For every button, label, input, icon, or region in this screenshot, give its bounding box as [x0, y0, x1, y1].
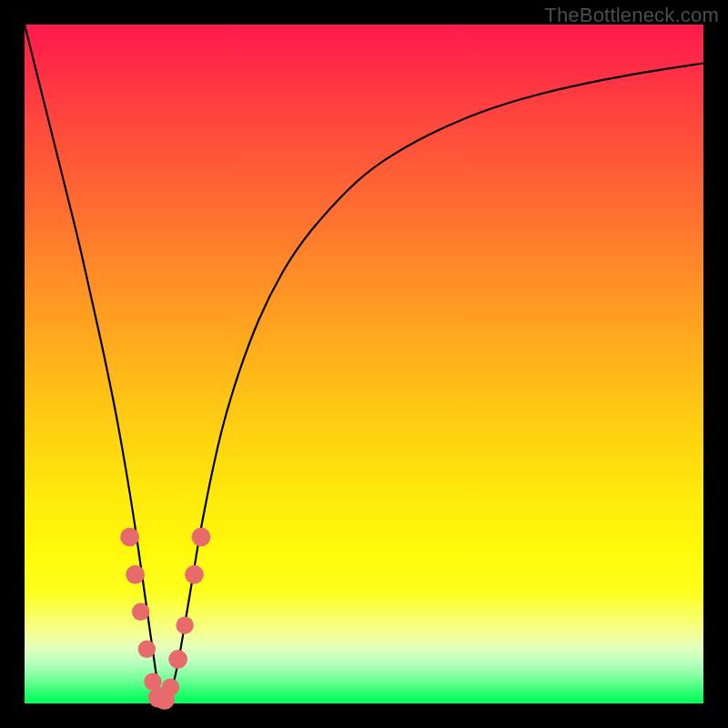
watermark-text: TheBottleneck.com — [544, 4, 719, 27]
data-marker — [120, 528, 139, 547]
chart-overlay — [25, 25, 703, 703]
data-marker — [138, 641, 156, 658]
data-marker — [168, 650, 187, 669]
data-marker — [126, 565, 145, 584]
bottleneck-curve-path — [25, 25, 703, 702]
data-marker — [132, 603, 149, 621]
data-marker — [176, 617, 193, 634]
chart-frame: TheBottleneck.com — [0, 0, 728, 728]
data-marker — [192, 528, 211, 547]
data-marker — [162, 678, 179, 695]
data-marker — [185, 565, 204, 584]
